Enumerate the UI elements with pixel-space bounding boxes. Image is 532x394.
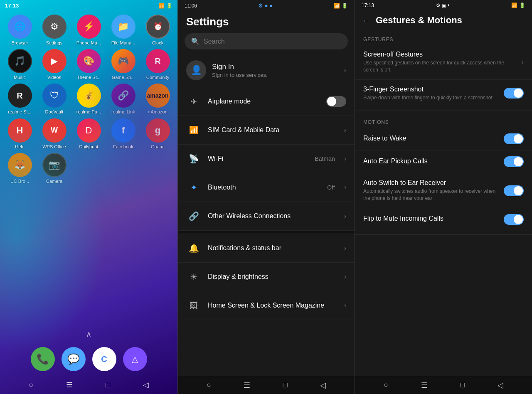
gamesp-icon: 🎮 [111, 49, 135, 73]
realmepa-label: realme Pa... [76, 109, 101, 115]
settings-item-wireless[interactable]: 🔗 Other Wireless Connections › [178, 202, 355, 231]
settings-item-bluetooth[interactable]: ✦ Bluetooth Off › [178, 173, 355, 202]
amazon-icon: amazon [146, 84, 170, 108]
sign-in-subtitle: Sign in to use services. [212, 72, 268, 78]
settings-item-display[interactable]: ☀ Display & brightness › [178, 263, 355, 291]
app-facebook[interactable]: f Facebook [108, 118, 139, 150]
settings-item-wifi[interactable]: 📡 Wi-Fi Batman › [178, 145, 355, 173]
gesture-item-autoear[interactable]: Auto Ear Pickup Calls [355, 150, 532, 173]
search-bar[interactable]: 🔍 [185, 33, 348, 49]
settings-item-airplane[interactable]: ✈ Airplane mode [178, 87, 355, 116]
autoswitch-toggle[interactable] [504, 185, 524, 196]
s-nav-back[interactable]: ◁ [320, 381, 326, 390]
gaana-label: Gaana [151, 144, 165, 150]
g-wifi-icon: 📶 [511, 2, 517, 8]
autoswitch-text: Auto Switch to Ear Receiver Automaticall… [363, 179, 499, 202]
search-input[interactable] [204, 38, 341, 45]
home-time: 17:13 [5, 2, 19, 9]
sim-text: SIM Card & Mobile Data [208, 126, 337, 134]
realmest-label: realme St... [8, 109, 31, 115]
gaana-icon: g [146, 118, 170, 143]
app-realmepa[interactable]: 💰 realme Pa... [73, 84, 104, 115]
helo-label: Helo [15, 144, 25, 150]
nav-back[interactable]: ◁ [143, 380, 149, 389]
app-gamesp[interactable]: 🎮 Game Sp... [108, 49, 139, 80]
settings-item-homescreen[interactable]: 🖼 Home Screen & Lock Screen Magazine › [178, 291, 355, 320]
airplane-toggle[interactable] [326, 96, 346, 107]
autoear-toggle[interactable] [504, 156, 524, 167]
back-button[interactable]: ← [362, 16, 370, 25]
dailyhunt-icon: D [77, 118, 101, 143]
g-nav-recent[interactable]: □ [460, 381, 465, 389]
app-themestore[interactable]: 🎨 Theme St... [73, 49, 104, 80]
bluetooth-chevron: › [344, 184, 346, 191]
g-nav-menu[interactable]: ☰ [421, 381, 428, 390]
dock-phone[interactable]: 📞 [31, 347, 55, 371]
g-nav-back[interactable]: ◁ [498, 381, 503, 390]
sim-chevron: › [344, 126, 346, 134]
s-nav-recent[interactable]: □ [283, 381, 288, 389]
settings-item-notifications[interactable]: 🔔 Notifications & status bar › [178, 234, 355, 263]
app-docvault[interactable]: 🛡 DocVault [39, 84, 70, 115]
app-community[interactable]: R Community [142, 49, 173, 80]
nav-recent[interactable]: □ [106, 381, 110, 389]
sign-in-title: Sign In [212, 63, 268, 71]
nav-menu[interactable]: ☰ [66, 380, 73, 389]
gesture-item-screenoff[interactable]: Screen-off Gestures Use specified gestur… [355, 45, 532, 80]
filemanager-label: File Mana... [111, 40, 135, 46]
home-status-icons: 📶 🔋 [158, 3, 172, 9]
app-videos[interactable]: ▶ Videos [39, 49, 70, 80]
gestures-status-bar: 17:13 ⚙ ▣ • 📶 🔋 [355, 0, 532, 11]
section-divider-1 [178, 231, 355, 234]
phonemanager-icon: ⚡ [77, 15, 101, 39]
dock-messages[interactable]: 💬 [62, 347, 86, 371]
sign-in-chevron: › [344, 66, 346, 74]
app-helo[interactable]: H Helo [4, 118, 35, 150]
g-nav-home[interactable]: ○ [384, 381, 388, 389]
phonemanager-label: Phone Ma... [76, 40, 101, 46]
bluetooth-text: Bluetooth [208, 184, 320, 191]
dock-chrome[interactable]: C [92, 347, 116, 371]
app-music[interactable]: 🎵 Music [4, 49, 35, 80]
docvault-label: DocVault [45, 109, 64, 115]
gesture-item-fliptomute[interactable]: Flip to Mute Incoming Calls [355, 208, 532, 231]
dot-active: ⚙ ● ● [258, 2, 273, 9]
s-nav-home[interactable]: ○ [207, 381, 211, 389]
app-wps[interactable]: W WPS Office [39, 118, 70, 150]
app-browser[interactable]: 🌐 Browser [4, 15, 35, 46]
nav-home[interactable]: ○ [29, 381, 33, 389]
raisetowake-toggle[interactable] [504, 133, 524, 144]
screenoff-text: Screen-off Gestures Use specified gestur… [363, 51, 516, 74]
gestures-header: ← Gestures & Motions [355, 11, 532, 32]
gesture-item-autoswitch[interactable]: Auto Switch to Ear Receiver Automaticall… [355, 173, 532, 208]
swipe-hint: ∧ [86, 330, 91, 339]
gesture-item-3finger[interactable]: 3-Finger Screenshot Swipe down with thre… [355, 80, 532, 108]
settings-item-sim[interactable]: 📶 SIM Card & Mobile Data › [178, 116, 355, 145]
3finger-toggle[interactable] [504, 88, 524, 98]
app-settings[interactable]: ⚙ Settings [39, 15, 70, 46]
app-amazon[interactable]: amazon • Amazon [142, 84, 173, 115]
fliptomute-toggle[interactable] [504, 214, 524, 225]
app-filemanager[interactable]: 📁 File Mana... [108, 15, 139, 46]
app-clock[interactable]: ⏰ Clock [142, 15, 173, 46]
themestore-label: Theme St... [77, 75, 101, 80]
sign-in-section[interactable]: 👤 Sign In Sign in to use services. › [178, 54, 355, 87]
app-realmelink[interactable]: 🔗 realme Link [108, 84, 139, 115]
notifications-chevron: › [344, 244, 346, 252]
settings-battery-icon: 🔋 [342, 3, 348, 9]
app-camera[interactable]: 📷 Camera [39, 153, 70, 184]
gesture-item-raisetowake[interactable]: Raise to Wake [355, 128, 532, 150]
battery-icon: 🔋 [166, 3, 172, 9]
camera-icon: 📷 [42, 153, 66, 177]
amazon-label: • Amazon [148, 109, 167, 115]
settings-icon: ⚙ [42, 15, 66, 39]
app-ucbrowser[interactable]: 🦊 UC Bro... [4, 153, 35, 184]
app-dailyhunt[interactable]: D Dailyhunt [73, 118, 104, 150]
s-nav-menu[interactable]: ☰ [244, 381, 250, 390]
gamesp-label: Game Sp... [112, 75, 135, 80]
dock-files[interactable]: △ [123, 347, 147, 371]
app-realmest[interactable]: R realme St... [4, 84, 35, 115]
app-phonemanager[interactable]: ⚡ Phone Ma... [73, 15, 104, 46]
gestures-time: 17:13 [362, 2, 374, 8]
app-gaana[interactable]: g Gaana [142, 118, 173, 150]
